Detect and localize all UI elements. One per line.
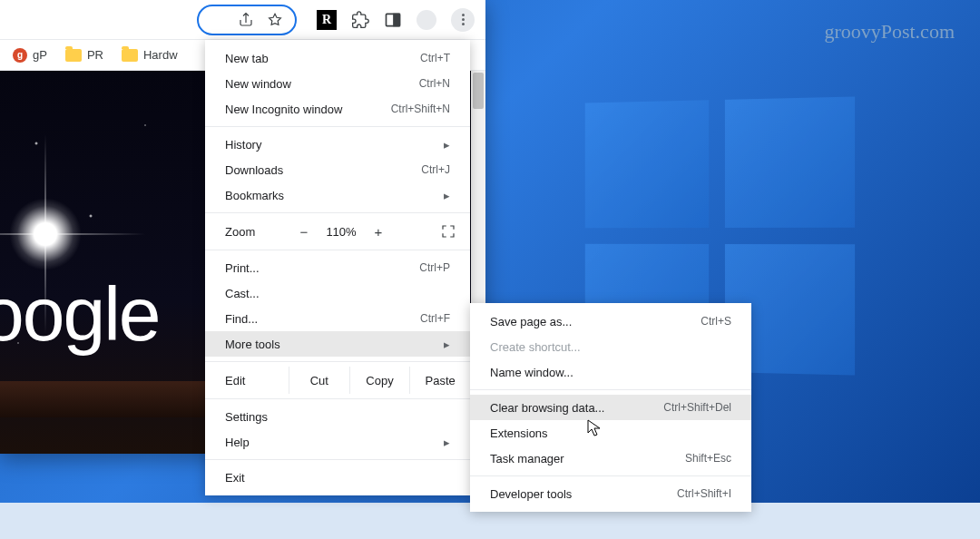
zoom-value: 110% <box>319 225 363 239</box>
menu-print[interactable]: Print...Ctrl+P <box>205 255 470 280</box>
submenu-task-manager[interactable]: Task managerShift+Esc <box>470 446 751 471</box>
bookmark-label: Hardw <box>143 48 178 62</box>
menu-find[interactable]: Find...Ctrl+F <box>205 306 470 331</box>
submenu-create-shortcut: Create shortcut... <box>470 334 751 359</box>
menu-zoom-row: Zoom − 110% + <box>205 218 470 245</box>
chevron-right-icon: ▸ <box>444 138 450 152</box>
edit-cut[interactable]: Cut <box>289 367 349 394</box>
submenu-name-window[interactable]: Name window... <box>470 359 751 385</box>
menu-new-tab[interactable]: New tabCtrl+T <box>205 45 470 71</box>
svg-rect-1 <box>394 14 400 25</box>
chevron-right-icon: ▸ <box>444 189 450 202</box>
menu-cast[interactable]: Cast... <box>205 280 470 306</box>
bookmark-label: gP <box>33 48 47 62</box>
menu-bookmarks[interactable]: Bookmarks▸ <box>205 182 470 208</box>
fullscreen-icon[interactable] <box>439 222 457 240</box>
chrome-menu-button[interactable] <box>451 8 475 32</box>
menu-history[interactable]: History▸ <box>205 132 470 157</box>
bookmark-folder-pr[interactable]: PR <box>65 48 103 62</box>
toolbar: R <box>0 0 485 40</box>
menu-settings[interactable]: Settings <box>205 404 470 429</box>
zoom-label: Zoom <box>225 225 289 239</box>
menu-edit-row: Edit Cut Copy Paste <box>205 367 470 394</box>
mouse-cursor-icon <box>587 419 602 440</box>
submenu-clear-browsing-data[interactable]: Clear browsing data...Ctrl+Shift+Del <box>470 395 751 420</box>
chevron-right-icon: ▸ <box>444 436 450 449</box>
submenu-save-page[interactable]: Save page as...Ctrl+S <box>470 309 751 334</box>
chevron-right-icon: ▸ <box>444 338 450 351</box>
menu-more-tools[interactable]: More tools▸ <box>205 331 470 357</box>
omnibox-actions[interactable] <box>197 5 297 35</box>
extensions-puzzle-icon[interactable] <box>351 11 369 29</box>
bookmark-label: PR <box>87 48 103 62</box>
profile-avatar-icon[interactable] <box>416 10 436 30</box>
star-icon[interactable] <box>266 11 284 29</box>
chrome-main-menu: New tabCtrl+T New windowCtrl+N New Incog… <box>205 40 470 495</box>
edit-paste[interactable]: Paste <box>409 367 470 394</box>
edit-label: Edit <box>225 374 289 387</box>
edit-copy[interactable]: Copy <box>349 367 410 394</box>
submenu-developer-tools[interactable]: Developer toolsCtrl+Shift+I <box>470 481 751 506</box>
google-logo-text: oogle <box>0 270 160 358</box>
extension-r-icon[interactable]: R <box>317 10 337 30</box>
watermark-text: groovyPost.com <box>824 20 955 44</box>
zoom-in-button[interactable]: + <box>363 224 394 240</box>
menu-exit[interactable]: Exit <box>205 465 470 490</box>
menu-incognito[interactable]: New Incognito windowCtrl+Shift+N <box>205 96 470 122</box>
sun-graphic <box>9 198 82 270</box>
more-tools-submenu: Save page as...Ctrl+S Create shortcut...… <box>470 303 751 512</box>
zoom-out-button[interactable]: − <box>289 224 319 240</box>
bookmark-folder-hardware[interactable]: Hardw <box>122 48 178 62</box>
menu-new-window[interactable]: New windowCtrl+N <box>205 71 470 96</box>
share-icon[interactable] <box>237 11 255 29</box>
bookmark-gp[interactable]: ggP <box>13 48 47 63</box>
sidepanel-icon[interactable] <box>384 11 402 29</box>
menu-downloads[interactable]: DownloadsCtrl+J <box>205 157 470 182</box>
submenu-extensions[interactable]: Extensions <box>470 420 751 446</box>
menu-help[interactable]: Help▸ <box>205 429 470 455</box>
